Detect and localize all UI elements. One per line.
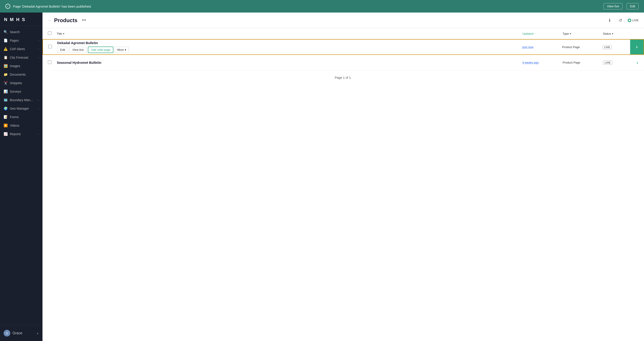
sidebar-logo: N M H S — [0, 13, 42, 26]
row-checkbox-1[interactable] — [48, 60, 57, 65]
row-title-text-1: Seasonal Hydromet Bulletin — [57, 61, 522, 65]
sidebar-item-geo-manager[interactable]: 🌍 Geo Manager › — [0, 104, 42, 113]
table-header: Title ▾ Updated ↑ Type ▾ Status ▾ — [42, 28, 644, 39]
sidebar-item-label-documents: Documents — [10, 73, 39, 76]
sidebar-item-pages[interactable]: 📄 Pages › — [0, 36, 42, 45]
avatar: G — [4, 330, 10, 336]
cap-alerts-chevron-icon: › — [38, 48, 39, 50]
notification-edit-button[interactable]: Edit — [626, 3, 639, 10]
column-updated[interactable]: Updated ↑ — [522, 32, 562, 35]
pagination: Page 1 of 1. — [42, 71, 644, 85]
column-title[interactable]: Title ▾ — [57, 32, 522, 35]
table-row: Dekadal Agromet Bulletin Edit View live … — [42, 39, 644, 55]
row-updated-link-0[interactable]: Just now — [522, 46, 533, 49]
boundary-man-chevron-icon: › — [38, 99, 39, 101]
header-actions: ℹ ↺ LIVE — [606, 17, 639, 24]
row-type-0: Product Page — [562, 46, 602, 49]
images-icon: 🖼️ — [4, 64, 8, 68]
column-type[interactable]: Type ▾ — [562, 32, 603, 35]
row-updated-link-1[interactable]: 4 weeks ago — [522, 61, 539, 64]
sidebar-item-label-surveys: Surveys — [10, 90, 39, 93]
sidebar-item-search[interactable]: 🔍 Search — [0, 28, 42, 36]
row-checkbox-0[interactable] — [48, 45, 57, 49]
page-title: Products — [54, 17, 77, 24]
sidebar-item-label-boundary-man: Boundary Man... — [10, 98, 36, 102]
side-panel-small-chevron-icon-1: › — [636, 60, 638, 65]
history-button[interactable]: ↺ — [617, 17, 624, 24]
svg-point-0 — [628, 20, 630, 21]
user-name: Grace — [12, 331, 22, 335]
videos-icon: ▶️ — [4, 124, 8, 128]
table-row: Seasonal Hydromet Bulletin 4 weeks ago P… — [42, 55, 644, 71]
live-dot-icon — [628, 19, 631, 22]
updated-sort-icon: ↑ — [534, 32, 536, 35]
documents-icon: 📁 — [4, 73, 8, 77]
sidebar-bottom: G Grace ▲ — [0, 325, 42, 341]
type-sort-icon: ▾ — [570, 32, 571, 35]
geo-manager-icon: 🌍 — [4, 107, 8, 111]
sidebar-item-documents[interactable]: 📁 Documents — [0, 70, 42, 79]
sidebar-item-videos[interactable]: ▶️ Videos — [0, 121, 42, 130]
sidebar-item-cap-alerts[interactable]: ⚠️ CAP Alerts › — [0, 45, 42, 53]
geo-manager-chevron-icon: › — [38, 107, 39, 110]
table-area: Title ▾ Updated ↑ Type ▾ Status ▾ — [42, 28, 644, 341]
app-body: N M H S 🔍 Search 📄 Pages › ⚠️ CAP Alerts… — [0, 13, 644, 341]
sidebar-item-images[interactable]: 🖼️ Images — [0, 62, 42, 70]
sidebar-item-label-city-forecast: City Forecast — [10, 56, 36, 59]
view-live-button-0[interactable]: View live — [69, 47, 86, 53]
city-forecast-icon: 📋 — [4, 56, 8, 60]
sidebar-item-forms[interactable]: 📝 Forms — [0, 113, 42, 121]
sidebar-item-snippets[interactable]: ✂️ Snippets — [0, 79, 42, 87]
row-title-area-1: Seasonal Hydromet Bulletin — [57, 61, 522, 65]
live-badge: LIVE — [628, 19, 639, 22]
sidebar-item-label-images: Images — [10, 64, 39, 68]
status-live-badge-1: LIVE — [603, 61, 612, 65]
select-all-checkbox[interactable] — [48, 31, 57, 36]
check-icon — [5, 4, 10, 9]
select-all-input[interactable] — [48, 31, 52, 35]
side-panel-small-1[interactable]: › — [630, 55, 644, 70]
status-live-badge-0: LIVE — [602, 45, 612, 49]
user-item[interactable]: G Grace ▲ — [0, 327, 42, 339]
boundary-man-icon: 🗺️ — [4, 98, 8, 102]
row-type-1: Product Page — [562, 61, 603, 64]
side-panel-expand-0[interactable]: › — [630, 40, 644, 54]
live-label: LIVE — [632, 19, 639, 22]
city-forecast-chevron-icon: › — [38, 56, 39, 59]
add-child-page-button-0[interactable]: Add child page — [88, 47, 113, 53]
row-checkbox-input-1[interactable] — [48, 60, 52, 64]
sidebar-item-boundary-man[interactable]: 🗺️ Boundary Man... › — [0, 96, 42, 104]
forms-icon: 📝 — [4, 115, 8, 119]
main-content: → Products ••• ℹ ↺ LIVE — [42, 13, 644, 341]
pages-chevron-icon: › — [38, 39, 39, 42]
info-button[interactable]: ℹ — [606, 17, 613, 24]
sidebar-item-label-videos: Videos — [10, 124, 39, 127]
row-title-text-0: Dekadal Agromet Bulletin — [57, 41, 522, 45]
more-options-button[interactable]: ••• — [80, 17, 88, 24]
table-rows: Dekadal Agromet Bulletin Edit View live … — [42, 39, 644, 71]
sidebar-item-label-snippets: Snippets — [10, 81, 39, 85]
notification-message: Page 'Dekadal Agromet Bulletin' has been… — [13, 5, 600, 8]
sidebar: N M H S 🔍 Search 📄 Pages › ⚠️ CAP Alerts… — [0, 13, 42, 341]
more-button-0[interactable]: More ▾ — [115, 47, 129, 53]
side-panel-chevron-icon-0: › — [636, 44, 638, 50]
sidebar-item-city-forecast[interactable]: 📋 City Forecast › — [0, 53, 42, 62]
user-chevron: ▲ — [36, 332, 39, 334]
sidebar-nav: 🔍 Search 📄 Pages › ⚠️ CAP Alerts › 📋 Cit… — [0, 26, 42, 325]
more-chevron-icon: ▾ — [125, 48, 126, 52]
edit-button-0[interactable]: Edit — [57, 47, 68, 53]
row-title-area-0: Dekadal Agromet Bulletin Edit View live … — [57, 41, 522, 53]
row-checkbox-input-0[interactable] — [48, 45, 52, 48]
search-icon: 🔍 — [4, 30, 8, 34]
column-status[interactable]: Status ▾ — [603, 32, 639, 35]
snippets-icon: ✂️ — [4, 81, 8, 85]
surveys-icon: 📊 — [4, 90, 8, 94]
sidebar-item-reports[interactable]: 📈 Reports › — [0, 130, 42, 138]
sidebar-item-surveys[interactable]: 📊 Surveys — [0, 87, 42, 96]
page-header: → Products ••• ℹ ↺ LIVE — [42, 13, 644, 28]
sidebar-item-label-reports: Reports — [10, 132, 36, 136]
notification-view-live-button[interactable]: View live — [604, 3, 622, 10]
reports-icon: 📈 — [4, 132, 8, 136]
reports-chevron-icon: › — [38, 133, 39, 135]
sidebar-item-label-search: Search — [10, 30, 39, 34]
